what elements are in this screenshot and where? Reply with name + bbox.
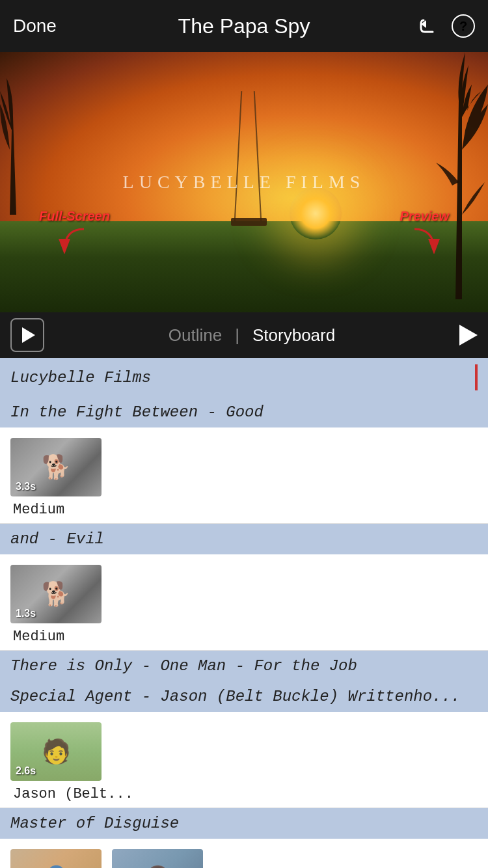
tree-left-silhouette [0, 52, 65, 215]
header-icons: ? [415, 13, 475, 39]
tab-storyboard[interactable]: Storyboard [252, 325, 335, 346]
content-list: Lucybelle Films In the Fight Between - G… [0, 358, 488, 868]
fullscreen-label: Full-Screen [39, 209, 110, 223]
sun-glow [290, 187, 342, 239]
section-label-disguise: Master of Disguise [10, 815, 478, 832]
clip-row-2[interactable]: 1.3s Medium [0, 554, 488, 651]
section-header-jason[interactable]: Special Agent - Jason (Belt Buckle) Writ… [0, 681, 488, 712]
section-header-evil[interactable]: and - Evil [0, 524, 488, 554]
clip-item-4[interactable]: 1.6s [10, 849, 102, 868]
clip-duration-3: 2.6s [16, 765, 36, 777]
preview-arrow [400, 228, 449, 254]
clip-row-3[interactable]: 2.6s Jason (Belt... [0, 712, 488, 808]
clip-label-2: Medium [13, 629, 64, 645]
tab-bar: Outline | Storyboard [169, 325, 335, 346]
swing-seat [231, 218, 267, 226]
clip-item-5[interactable]: 2.0s [112, 849, 203, 868]
tab-divider: | [235, 325, 239, 346]
header: Done The Papa Spy ? [0, 0, 488, 52]
help-button[interactable]: ? [452, 14, 475, 38]
tab-outline[interactable]: Outline [169, 325, 222, 346]
play-button-small[interactable] [10, 318, 44, 352]
fullscreen-annotation: Full-Screen [39, 209, 110, 254]
film-logo: LUCYBELLE FILMS [123, 172, 366, 193]
play-button-right[interactable] [459, 325, 478, 346]
multi-clip-row: 1.6s 2.0s [0, 839, 488, 868]
clip-thumb-image-4 [10, 849, 102, 868]
play-icon-small [22, 327, 35, 343]
section-label-only: There is Only - One Man - For the Job [10, 657, 478, 675]
section-header-lucybelle[interactable]: Lucybelle Films [0, 358, 488, 397]
clip-label-1: Medium [13, 502, 64, 518]
preview-label: Preview [400, 209, 449, 223]
clip-thumbnail-5: 2.0s [112, 849, 203, 868]
clip-thumbnail-3: 2.6s [10, 722, 102, 781]
section-label-lucybelle: Lucybelle Films [10, 369, 470, 387]
section-header-disguise[interactable]: Master of Disguise [0, 808, 488, 839]
clip-thumbnail-1: 3.3s [10, 438, 102, 496]
preview-annotation: Preview [400, 209, 449, 254]
tree-right-silhouette [410, 52, 488, 299]
clip-thumbnail-2: 1.3s [10, 565, 102, 623]
section-label-fight: In the Fight Between - Good [10, 403, 478, 421]
done-button[interactable]: Done [13, 16, 57, 36]
clip-duration-2: 1.3s [16, 608, 36, 619]
page-title: The Papa Spy [178, 14, 310, 38]
fullscreen-arrow [39, 228, 110, 254]
clip-row-1[interactable]: 3.3s Medium [0, 427, 488, 524]
clip-duration-1: 3.3s [16, 481, 36, 493]
controls-bar: Outline | Storyboard [0, 312, 488, 358]
clip-thumbnail-4: 1.6s [10, 849, 102, 868]
section-label-jason: Special Agent - Jason (Belt Buckle) Writ… [10, 688, 478, 705]
section-header-only[interactable]: There is Only - One Man - For the Job [0, 651, 488, 681]
section-header-fight[interactable]: In the Fight Between - Good [0, 397, 488, 427]
undo-button[interactable] [415, 13, 441, 39]
section-label-evil: and - Evil [10, 530, 478, 548]
clip-thumb-image-5 [112, 849, 203, 868]
section-divider-lucybelle [475, 364, 478, 390]
video-preview: LUCYBELLE FILMS Full-Screen Preview [0, 52, 488, 312]
clip-label-3: Jason (Belt... [13, 786, 133, 802]
